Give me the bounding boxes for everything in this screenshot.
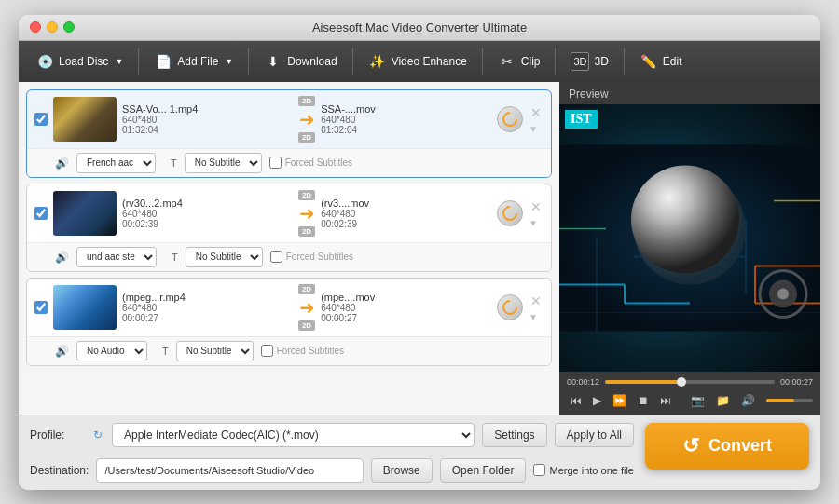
file-options-row-2: 🔊 und aac ste T No Subtitle Forced Subti…: [27, 242, 551, 271]
enhance-icon: ✨: [368, 52, 387, 71]
file-options-row-3: 🔊 No Audio T No Subtitle Forced Subtitle…: [27, 336, 551, 365]
file-dst-info-2: (rv3....mov 640*480 00:02:39: [321, 198, 491, 229]
file-options-row-1: 🔊 French aac T No Subtitle Forced Subtit…: [27, 148, 551, 177]
add-file-icon: 📄: [154, 52, 172, 71]
progress-bar-container: 00:00:12 00:00:27: [567, 377, 813, 387]
remove-file-btn-2[interactable]: ✕: [529, 198, 543, 216]
destination-row: Destination: Browse Open Folder Merge in…: [30, 458, 634, 483]
traffic-lights: [30, 21, 75, 33]
load-disc-button[interactable]: 💿 Load Disc ▼: [26, 48, 132, 75]
file-dst-name-1: SSA-....mov: [321, 103, 491, 115]
audio-select-3[interactable]: No Audio: [76, 341, 147, 361]
folder-button[interactable]: 📁: [712, 392, 734, 409]
file-src-info-3: (mpeg...r.mp4 640*480 00:00:27: [122, 292, 293, 323]
progress-thumb: [677, 377, 686, 387]
remove-file-btn-3[interactable]: ✕: [529, 292, 543, 310]
subtitle-select-1[interactable]: No Subtitle: [185, 153, 262, 173]
add-file-button[interactable]: 📄 Add File ▼: [144, 48, 242, 75]
clip-icon: ✂: [498, 52, 516, 71]
file-src-dims-2: 640*480: [122, 209, 293, 219]
audio-select-1[interactable]: French aac: [76, 153, 156, 173]
refresh-btn-1[interactable]: [497, 106, 523, 132]
destination-input[interactable]: [96, 458, 363, 483]
volume-slider[interactable]: [766, 399, 813, 402]
file-dst-dims-1: 640*480: [321, 115, 491, 125]
file-dst-duration-3: 00:00:27: [321, 313, 491, 323]
audio-select-2[interactable]: und aac ste: [76, 247, 157, 267]
arrow-icon-3: ➜: [299, 296, 315, 319]
progress-track[interactable]: [605, 380, 775, 384]
fast-forward-button[interactable]: ⏩: [609, 392, 630, 409]
skip-start-button[interactable]: ⏮: [567, 392, 585, 409]
3d-icon: 3D: [571, 52, 589, 71]
src-2d-badge-3: 2D: [298, 284, 315, 294]
browse-button[interactable]: Browse: [371, 458, 433, 483]
file-item-2: (rv30...2.mp4 640*480 00:02:39 2D ➜ 2D (…: [26, 184, 552, 272]
file-checkbox-1[interactable]: [34, 113, 48, 126]
file-src-name-3: (mpeg...r.mp4: [122, 292, 293, 303]
forced-subs-check-3[interactable]: [261, 345, 273, 357]
clip-button[interactable]: ✂ Clip: [488, 48, 550, 75]
refresh-icon-1: [500, 108, 521, 129]
merge-check: Merge into one file: [533, 464, 634, 476]
play-button[interactable]: ▶: [589, 392, 605, 409]
forced-subs-check-2[interactable]: [270, 251, 282, 263]
file-row-1: SSA-Vo... 1.mp4 640*480 01:32:04 2D ➜ 2D…: [27, 90, 551, 148]
subtitle-select-2[interactable]: No Subtitle: [186, 247, 263, 267]
forced-subs-check-1[interactable]: [269, 157, 282, 169]
file-dst-duration-1: 01:32:04: [321, 125, 491, 135]
main-content: SSA-Vo... 1.mp4 640*480 01:32:04 2D ➜ 2D…: [19, 82, 820, 415]
volume-fill: [766, 399, 794, 402]
playback-controls: 00:00:12 00:00:27 ⏮ ▶ ⏩ ⏹ ⏭ 📷 📁: [559, 372, 820, 415]
subtitle-icon-1: T: [171, 157, 177, 169]
merge-checkbox[interactable]: [533, 464, 545, 476]
settings-button[interactable]: Settings: [482, 423, 546, 447]
remove-file-btn-1[interactable]: ✕: [529, 103, 543, 122]
apply-to-all-button[interactable]: Apply to All: [555, 423, 634, 447]
video-enhance-button[interactable]: ✨ Video Enhance: [359, 48, 476, 75]
arrow-icon-2: ➜: [299, 202, 315, 225]
load-disc-arrow: ▼: [115, 57, 123, 66]
main-window: Aiseesoft Mac Video Converter Ultimate 💿…: [19, 15, 820, 490]
minimize-window-button[interactable]: [47, 21, 58, 33]
refresh-btn-2[interactable]: [497, 200, 523, 226]
file-checkbox-3[interactable]: [34, 301, 48, 314]
expand-file-btn-1[interactable]: ▼: [529, 124, 543, 134]
stop-button[interactable]: ⏹: [634, 392, 653, 409]
preview-label: Preview: [559, 82, 820, 104]
close-window-button[interactable]: [30, 21, 41, 33]
subtitle-icon-2: T: [172, 252, 178, 263]
download-icon: ⬇: [264, 52, 282, 71]
file-thumb-1: [53, 97, 117, 142]
expand-file-btn-2[interactable]: ▼: [529, 218, 543, 228]
open-folder-button[interactable]: Open Folder: [440, 458, 527, 483]
file-src-info-1: SSA-Vo... 1.mp4 640*480 01:32:04: [122, 103, 293, 135]
convert-arrow-1: 2D ➜ 2D: [298, 96, 315, 143]
3d-button[interactable]: 3D 3D: [561, 48, 617, 75]
screenshot-button[interactable]: 📷: [687, 392, 708, 409]
dst-2d-badge-3: 2D: [298, 320, 315, 331]
subtitle-select-3[interactable]: No Subtitle: [176, 341, 254, 361]
profile-select[interactable]: Apple InterMediate Codec(AIC) (*.mov): [112, 423, 475, 447]
arrow-icon-1: ➜: [299, 108, 315, 130]
file-checkbox-2[interactable]: [34, 207, 48, 220]
convert-button[interactable]: ↺ Convert: [645, 423, 809, 470]
bottom-section: Profile: ↻ Apple InterMediate Codec(AIC)…: [19, 415, 820, 490]
file-dst-duration-2: 00:02:39: [321, 219, 491, 229]
file-dst-dims-3: 640*480: [321, 303, 491, 313]
file-src-info-2: (rv30...2.mp4 640*480 00:02:39: [122, 198, 293, 229]
maximize-window-button[interactable]: [63, 21, 75, 33]
audio-icon-3: 🔊: [55, 345, 69, 358]
skip-end-button[interactable]: ⏭: [656, 392, 675, 409]
refresh-btn-3[interactable]: [497, 294, 523, 320]
download-button[interactable]: ⬇ Download: [254, 48, 346, 75]
subtitle-icon-3: T: [162, 346, 169, 357]
src-2d-badge-2: 2D: [298, 190, 315, 200]
volume-icon[interactable]: 🔊: [737, 392, 759, 409]
edit-button[interactable]: ✏️ Edit: [630, 48, 692, 75]
edit-icon: ✏️: [640, 52, 658, 71]
convert-arrow-2: 2D ➜ 2D: [298, 190, 315, 237]
file-thumb-2: [53, 191, 117, 236]
refresh-icon-2: [500, 202, 521, 224]
expand-file-btn-3[interactable]: ▼: [529, 312, 543, 322]
